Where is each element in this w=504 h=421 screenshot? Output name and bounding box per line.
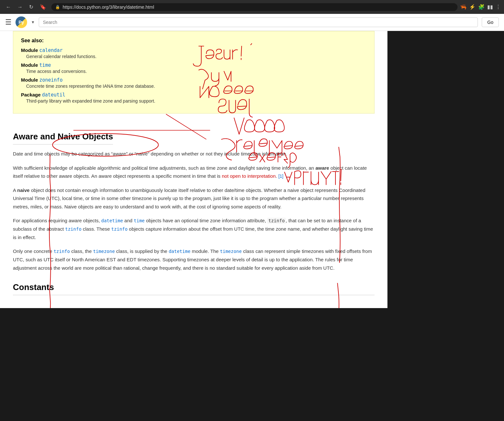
module-entry-time: Module time Time access and conversions. xyxy=(21,62,366,74)
content-para-1: Date and time objects may be categorized… xyxy=(13,150,375,158)
content-para-3: A naive object does not contain enough i… xyxy=(13,186,375,211)
timezone-link-2[interactable]: timezone xyxy=(220,249,242,254)
module-desc-zoneinfo: Concrete time zones representing the IAN… xyxy=(21,84,366,89)
section-heading-aware-naive: Aware and Naive Objects xyxy=(13,132,113,145)
constants-heading: Constants xyxy=(13,282,375,295)
module-label-calendar: Module xyxy=(21,47,39,53)
module-label-zoneinfo: Module xyxy=(21,77,39,83)
module-label-time: Module xyxy=(21,62,39,68)
browser-chrome: ← → ↻ 🔖 🔒 🦐 ⚡ 🧩 ▮▮ ⋮ xyxy=(0,0,504,14)
search-input[interactable] xyxy=(39,17,478,27)
module-link-time[interactable]: time xyxy=(39,62,51,68)
module-desc-time: Time access and conversions. xyxy=(21,69,366,74)
tzinfo-code-1: tzinfo xyxy=(267,218,286,224)
content-area: See also: Module calendar General calend… xyxy=(0,31,387,308)
docs-toolbar: ☰ Py ▼ Go xyxy=(0,14,504,31)
bookmark-button[interactable]: 🔖 xyxy=(37,3,49,11)
module-link-dateutil[interactable]: dateutil xyxy=(42,92,65,98)
address-bar[interactable] xyxy=(63,5,454,10)
content-para-4: For applications requiring aware objects… xyxy=(13,216,375,241)
bold-aware: aware xyxy=(315,165,329,171)
datetime-link-2[interactable]: datetime xyxy=(169,249,190,254)
content-para-2: With sufficient knowledge of applicable … xyxy=(13,164,375,180)
puzzle-icon[interactable]: 🧩 xyxy=(478,4,485,10)
tzinfo-link-3[interactable]: tzinfo xyxy=(54,249,70,254)
module-link-calendar[interactable]: calendar xyxy=(39,47,63,53)
menu-icon[interactable]: ⋮ xyxy=(496,4,501,10)
tzinfo-link-1[interactable]: tzinfo xyxy=(65,226,82,232)
address-bar-container: 🔒 xyxy=(51,3,458,11)
module-link-zoneinfo[interactable]: zoneinfo xyxy=(39,77,63,83)
extension-icon-1[interactable]: ⚡ xyxy=(469,4,476,10)
back-button[interactable]: ← xyxy=(3,3,14,11)
sidebar-icon[interactable]: ▮▮ xyxy=(487,4,493,10)
timezone-link-1[interactable]: timezone xyxy=(93,249,115,254)
bold-naive: naive xyxy=(17,187,29,193)
see-also-title: See also: xyxy=(21,38,366,44)
lock-icon: 🔒 xyxy=(55,5,60,9)
content-para-5: Only one concrete tzinfo class, the time… xyxy=(13,247,375,272)
time-link-1[interactable]: time xyxy=(134,218,145,223)
module-label-dateutil: Package xyxy=(21,92,42,97)
browser-extension-icons: 🦐 ⚡ 🧩 ▮▮ ⋮ xyxy=(460,4,501,10)
module-desc-calendar: General calendar related functions. xyxy=(21,54,366,59)
footnote-1-link[interactable]: [1] xyxy=(278,174,283,179)
python-logo: Py xyxy=(15,16,27,28)
tzinfo-link-2[interactable]: tzinfo xyxy=(111,226,128,232)
see-also-box: See also: Module calendar General calend… xyxy=(13,31,375,114)
reload-button[interactable]: ↻ xyxy=(26,3,36,11)
hamburger-menu[interactable]: ☰ xyxy=(5,18,12,26)
brave-icon: 🦐 xyxy=(460,4,467,10)
module-entry-dateutil: Package dateutil Third-party library wit… xyxy=(21,92,366,104)
module-desc-dateutil: Third-party library with expanded time z… xyxy=(21,98,366,104)
forward-button[interactable]: → xyxy=(15,3,25,11)
datetime-link-1[interactable]: datetime xyxy=(101,218,123,223)
not-open-link[interactable]: not open to interpretation xyxy=(222,173,276,179)
module-entry-zoneinfo: Module zoneinfo Concrete time zones repr… xyxy=(21,77,366,89)
module-entry-calendar: Module calendar General calendar related… xyxy=(21,47,366,59)
version-dropdown[interactable]: ▼ xyxy=(31,20,35,25)
nav-buttons: ← → ↻ 🔖 xyxy=(3,3,49,11)
go-button[interactable]: Go xyxy=(482,17,499,27)
